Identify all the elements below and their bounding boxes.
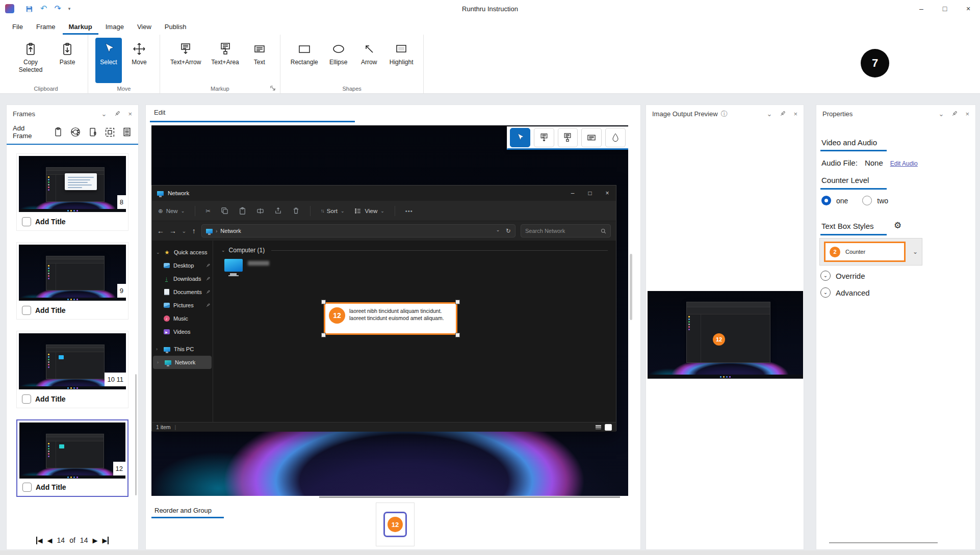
up-icon[interactable]: ↑ xyxy=(192,227,197,235)
resize-handle-se[interactable] xyxy=(455,333,460,337)
overlay-highlight-button[interactable] xyxy=(605,128,626,147)
add-title-checkbox[interactable] xyxy=(22,306,31,315)
menu-markup[interactable]: Markup xyxy=(63,19,98,35)
sort-button[interactable]: ↑↓Sort⌄ xyxy=(321,208,345,214)
frame-card-8[interactable]: 8 Add Title xyxy=(16,153,128,231)
add-title-checkbox[interactable] xyxy=(22,217,31,226)
copy-icon[interactable] xyxy=(221,207,228,215)
sidebar-item-videos[interactable]: ▶Videos xyxy=(152,325,213,338)
new-button[interactable]: ⊕New⌄ xyxy=(158,207,185,215)
more-options-icon[interactable]: ••• xyxy=(405,208,413,214)
edit-tab[interactable]: Edit xyxy=(154,109,165,116)
back-icon[interactable]: ← xyxy=(157,227,164,235)
edit-canvas[interactable]: Network – □ × ⊕New⌄ ✂ xyxy=(151,125,628,496)
edit-audio-link[interactable]: Edit Audio xyxy=(890,160,918,167)
frames-pin-icon[interactable] xyxy=(114,110,121,117)
text-area-button[interactable]: Text+Area xyxy=(208,38,242,83)
delete-icon[interactable] xyxy=(292,207,300,215)
next-frame-button[interactable]: ▶ xyxy=(92,537,97,544)
arrow-button[interactable]: Arrow xyxy=(356,38,382,83)
resize-handle-nw[interactable] xyxy=(321,300,326,304)
reorder-and-group-tab[interactable]: Reorder and Group xyxy=(154,507,212,514)
sidebar-item-downloads[interactable]: ↓Downloads xyxy=(152,272,213,285)
last-frame-button[interactable]: ▶ xyxy=(102,537,109,544)
textbox-text[interactable]: laoreet nibh tincidunt aliquam tincidunt… xyxy=(349,306,452,322)
frames-collapse-icon[interactable]: ⌄ xyxy=(101,111,107,117)
preview-pin-icon[interactable] xyxy=(779,110,786,117)
search-box[interactable] xyxy=(521,224,611,237)
paste-icon[interactable] xyxy=(239,207,246,215)
advanced-expander[interactable]: ⌄ Advanced xyxy=(820,287,870,298)
frames-close-icon[interactable]: × xyxy=(128,111,132,117)
text-box-style-dropdown[interactable]: 2 Counter ⌄ xyxy=(819,238,922,266)
rename-icon[interactable] xyxy=(256,207,264,215)
first-frame-button[interactable]: ◀ xyxy=(36,537,43,544)
forward-icon[interactable]: → xyxy=(169,227,176,235)
sidebar-item-desktop[interactable]: Desktop xyxy=(152,259,213,272)
explorer-close-button[interactable]: × xyxy=(599,186,616,201)
cut-icon[interactable]: ✂ xyxy=(205,207,211,215)
canvas-vertical-scrollbar[interactable] xyxy=(630,254,632,320)
menu-view[interactable]: View xyxy=(131,19,158,35)
sidebar-item-quick-access[interactable]: ⌄★Quick access xyxy=(152,246,213,259)
properties-pin-icon[interactable] xyxy=(951,110,958,117)
add-frame-list-button[interactable] xyxy=(121,126,133,138)
reorder-item-12[interactable]: 12 xyxy=(376,503,415,546)
radio-one[interactable] xyxy=(821,196,831,205)
overlay-text-area-button[interactable] xyxy=(558,128,578,147)
address-dropdown-icon[interactable]: ⌄ xyxy=(496,227,500,234)
minimize-button[interactable]: – xyxy=(910,0,933,17)
search-input[interactable] xyxy=(525,228,598,234)
resize-handle-sw[interactable] xyxy=(321,333,326,337)
preview-collapse-icon[interactable]: ⌄ xyxy=(767,111,772,117)
move-tool-button[interactable]: Move xyxy=(126,38,152,83)
save-icon[interactable] xyxy=(25,5,33,13)
gear-icon[interactable]: ⚙ xyxy=(894,220,901,231)
dropdown-chevron-icon[interactable]: ⌄ xyxy=(913,248,918,255)
explorer-minimize-button[interactable]: – xyxy=(564,186,581,201)
refresh-icon[interactable]: ↻ xyxy=(506,227,511,234)
canvas-horizontal-scrollbar[interactable] xyxy=(319,496,620,498)
copy-selected-button[interactable]: Copy Selected xyxy=(11,38,50,83)
frames-scrollbar[interactable] xyxy=(135,374,137,495)
overlay-text-arrow-button[interactable] xyxy=(534,128,554,147)
ellipse-button[interactable]: Ellipse xyxy=(325,38,352,83)
properties-close-icon[interactable]: × xyxy=(965,111,969,117)
menu-file[interactable]: File xyxy=(6,19,29,35)
large-icons-view-icon[interactable] xyxy=(605,424,612,431)
frame-card-10-11[interactable]: 10 11 Add Title xyxy=(16,331,128,408)
sidebar-item-this-pc[interactable]: ›This PC xyxy=(152,342,213,356)
resize-handle-ne[interactable] xyxy=(455,300,460,304)
properties-collapse-icon[interactable]: ⌄ xyxy=(939,111,944,117)
overlay-select-button[interactable] xyxy=(510,128,530,147)
add-frame-capture-button[interactable] xyxy=(69,126,82,138)
close-button[interactable]: × xyxy=(957,0,980,17)
rectangle-button[interactable]: Rectangle xyxy=(288,38,321,83)
undo-icon[interactable]: ↶ xyxy=(40,5,47,13)
computer-item[interactable] xyxy=(224,259,269,272)
text-arrow-button[interactable]: Text+Arrow xyxy=(167,38,204,83)
previous-frame-button[interactable]: ◀ xyxy=(47,537,53,544)
select-tool-button[interactable]: Select xyxy=(95,38,122,83)
sidebar-item-network[interactable]: ›Network xyxy=(153,356,212,369)
sidebar-item-pictures[interactable]: Pictures xyxy=(152,299,213,312)
qat-dropdown-icon[interactable]: ▾ xyxy=(68,6,71,11)
menu-frame[interactable]: Frame xyxy=(30,19,62,35)
menu-image[interactable]: Image xyxy=(99,19,130,35)
recent-locations-icon[interactable]: ⌄ xyxy=(182,228,187,234)
add-frame-region-button[interactable] xyxy=(104,126,116,138)
view-button[interactable]: View⌄ xyxy=(354,207,384,215)
frame-card-9[interactable]: 9 Add Title xyxy=(16,242,128,320)
override-expander[interactable]: ⌄ Override xyxy=(820,271,865,281)
sidebar-item-documents[interactable]: Documents xyxy=(152,285,213,299)
add-frame-clipboard-button[interactable] xyxy=(53,126,65,138)
info-icon[interactable]: ⓘ xyxy=(721,111,728,117)
text-button[interactable]: Text xyxy=(246,38,273,83)
frame-card-12[interactable]: 12 Add Title xyxy=(16,419,128,497)
highlight-button[interactable]: Highlight xyxy=(386,38,417,83)
menu-publish[interactable]: Publish xyxy=(159,19,193,35)
paste-button[interactable]: Paste xyxy=(54,38,81,83)
computer-group-header[interactable]: ⌄Computer (1) xyxy=(221,247,608,254)
address-field[interactable]: › Network ⌄↻ xyxy=(201,224,515,237)
sidebar-item-music[interactable]: ♪Music xyxy=(152,312,213,325)
